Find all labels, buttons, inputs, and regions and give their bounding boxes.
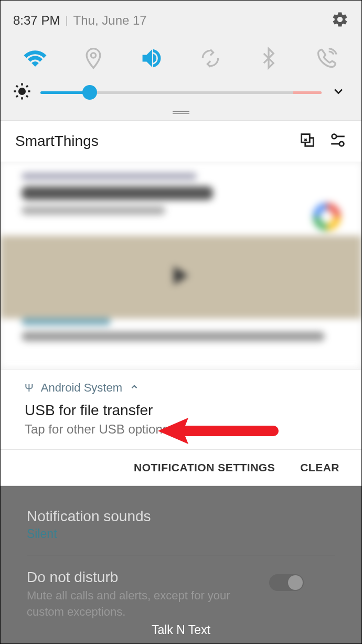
- smartthings-settings-icon[interactable]: [329, 131, 347, 151]
- dnd-toggle[interactable]: [269, 574, 304, 591]
- sound-icon[interactable]: [139, 46, 164, 71]
- panel-drag-handle[interactable]: [1, 111, 361, 120]
- usb-notification-title: USB for file transfer: [25, 402, 337, 419]
- location-pin-icon[interactable]: [81, 46, 106, 71]
- notification-actions: NOTIFICATION SETTINGS CLEAR: [1, 450, 361, 486]
- carrier-label: Talk N Text: [152, 623, 210, 637]
- wifi-calling-icon[interactable]: [314, 46, 339, 71]
- svg-point-1: [18, 88, 26, 95]
- status-divider: |: [65, 15, 68, 27]
- usb-notification-subtitle: Tap for other USB options.: [25, 422, 337, 437]
- svg-rect-2: [302, 134, 310, 143]
- smartthings-devices-icon[interactable]: [299, 131, 316, 151]
- usb-icon: Ψ: [25, 382, 34, 394]
- expand-chevron-icon[interactable]: [331, 84, 346, 101]
- smartthings-label: SmartThings: [15, 133, 286, 150]
- collapse-chevron-icon[interactable]: [130, 382, 139, 394]
- notification-sounds-title: Notification sounds: [27, 508, 335, 525]
- smartthings-panel[interactable]: SmartThings: [1, 120, 361, 162]
- notification-settings-button[interactable]: NOTIFICATION SETTINGS: [134, 461, 275, 474]
- brightness-slider[interactable]: [40, 85, 322, 100]
- quick-settings-toggles: [1, 34, 361, 82]
- settings-gear-icon[interactable]: [331, 10, 349, 30]
- svg-point-0: [91, 53, 96, 58]
- svg-point-5: [339, 142, 344, 146]
- brightness-icon[interactable]: [13, 82, 31, 102]
- status-date: Thu, June 17: [73, 13, 147, 28]
- notification-sounds-value: Silent: [27, 527, 335, 541]
- dnd-subtitle: Mute all calls and alerts, except for yo…: [27, 588, 242, 620]
- clock-time: 8:37 PM: [13, 13, 60, 28]
- bluetooth-icon[interactable]: [256, 46, 281, 71]
- clear-button[interactable]: CLEAR: [300, 461, 339, 474]
- background-settings-dimmed: Notification sounds Silent Do not distur…: [1, 486, 361, 644]
- auto-rotate-icon[interactable]: [198, 46, 223, 71]
- blurred-notifications: [1, 162, 361, 369]
- usb-notification[interactable]: Ψ Android System USB for file transfer T…: [1, 369, 361, 450]
- status-bar: 8:37 PM | Thu, June 17: [1, 1, 361, 34]
- brightness-slider-row: [1, 82, 361, 111]
- usb-app-name: Android System: [41, 381, 122, 395]
- svg-point-3: [332, 134, 337, 139]
- wifi-icon[interactable]: [23, 46, 48, 71]
